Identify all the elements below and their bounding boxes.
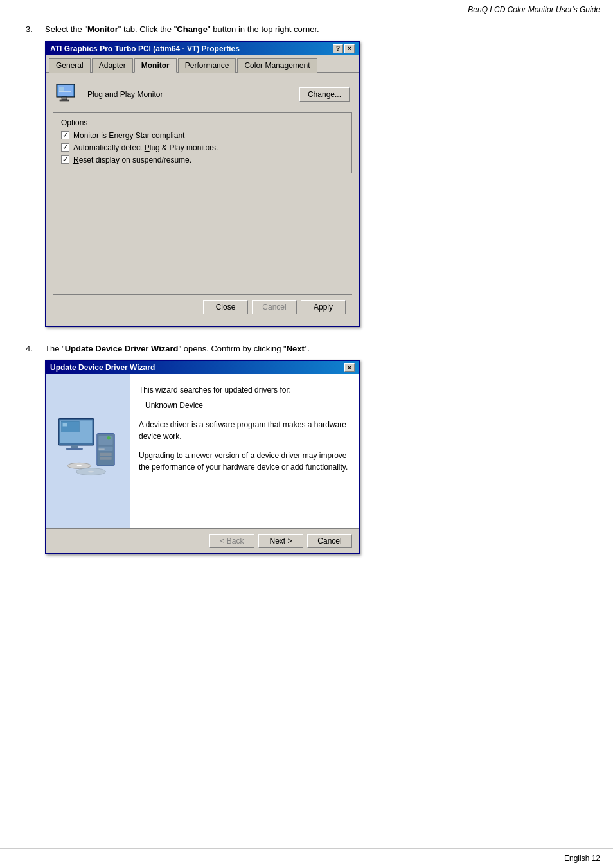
close-button[interactable]: ×	[344, 44, 355, 53]
svg-rect-11	[63, 423, 67, 427]
wizard-para2: A device driver is a software program th…	[139, 419, 350, 442]
wizard-text-area: This wizard searches for updated drivers…	[130, 374, 359, 528]
tab-general[interactable]: General	[49, 58, 91, 73]
wizard-para3: Upgrading to a newer version of a device…	[139, 450, 350, 473]
footer-bar: English 12	[0, 848, 613, 868]
monitor-header: Plug and Play Monitor Change...	[53, 79, 352, 110]
step-4-text: The "Update Device Driver Wizard" opens.…	[45, 342, 587, 355]
checkbox-reset-display[interactable]: ✓	[61, 155, 69, 164]
option-label-2: Automatically detect Plug & Play monitor…	[73, 143, 218, 152]
wizard-device-name: Unknown Device	[145, 400, 350, 411]
page-number: English 12	[564, 854, 600, 863]
change-button[interactable]: Change...	[299, 87, 350, 102]
next-button[interactable]: Next >	[258, 534, 303, 548]
wizard-illustration	[53, 416, 123, 486]
ati-dialog-title: ATI Graphics Pro Turbo PCI (atim64 - VT)…	[50, 44, 240, 53]
wizard-dialog: Update Device Driver Wizard ×	[45, 360, 360, 554]
apply-button[interactable]: Apply	[301, 300, 346, 314]
wizard-titlebar: Update Device Driver Wizard ×	[46, 361, 359, 374]
tab-adapter[interactable]: Adapter	[92, 58, 133, 73]
checkbox-detect-plug[interactable]: ✓	[61, 143, 69, 152]
tab-performance[interactable]: Performance	[178, 58, 236, 73]
step4-bold1: Update Device Driver Wizard	[65, 344, 179, 353]
svg-rect-24	[100, 457, 111, 460]
step-4-container: The "Update Device Driver Wizard" opens.…	[45, 342, 587, 555]
step-3-container: Select the "Monitor" tab. Click the "Cha…	[45, 23, 587, 327]
monitor-icon-area: Plug and Play Monitor	[55, 83, 163, 106]
option-label-3: Reset display on suspend/resume.	[73, 155, 191, 164]
svg-rect-23	[100, 453, 111, 456]
wizard-controls: ×	[344, 363, 355, 372]
svg-rect-4	[59, 87, 64, 91]
wizard-close-button[interactable]: ×	[344, 363, 355, 372]
guide-title: BenQ LCD Color Monitor User's Guide	[468, 5, 600, 14]
wizard-intro: This wizard searches for updated drivers…	[139, 384, 350, 396]
svg-rect-12	[71, 445, 78, 448]
svg-point-17	[88, 471, 94, 473]
step-3-text: Select the "Monitor" tab. Click the "Cha…	[45, 23, 587, 36]
option-label-1: Monitor is Energy Star compliant	[73, 131, 184, 140]
titlebar-controls: ? ×	[333, 44, 355, 53]
option-row-1: ✓ Monitor is Energy Star compliant	[61, 131, 344, 140]
ati-titlebar: ATI Graphics Pro Turbo PCI (atim64 - VT)…	[46, 42, 359, 55]
options-group: Options ✓ Monitor is Energy Star complia…	[53, 112, 352, 173]
step-4: 4. The "Update Device Driver Wizard" ope…	[26, 342, 587, 555]
svg-rect-6	[59, 93, 67, 93]
tab-color-management[interactable]: Color Management	[237, 58, 317, 73]
svg-point-21	[107, 436, 111, 440]
svg-point-15	[77, 465, 82, 466]
close-dialog-button[interactable]: Close	[203, 300, 248, 314]
ati-properties-dialog: ATI Graphics Pro Turbo PCI (atim64 - VT)…	[45, 41, 360, 327]
wizard-image-area	[46, 374, 130, 528]
monitor-icon	[55, 83, 81, 106]
checkbox-energy-star[interactable]: ✓	[61, 131, 69, 139]
svg-rect-5	[59, 91, 71, 92]
step4-bold2: Next	[287, 344, 305, 353]
help-button[interactable]: ?	[333, 44, 343, 53]
svg-rect-3	[60, 100, 69, 101]
step3-bold1: Monitor	[87, 24, 118, 34]
options-group-label: Options	[61, 118, 344, 127]
tab-monitor[interactable]: Monitor	[134, 58, 177, 73]
header-bar: BenQ LCD Color Monitor User's Guide	[0, 0, 613, 17]
option-row-3: ✓ Reset display on suspend/resume.	[61, 155, 344, 164]
svg-rect-19	[99, 436, 113, 445]
dialog-footer: Close Cancel Apply	[53, 294, 352, 319]
dialog-body: Plug and Play Monitor Change... Options …	[46, 73, 359, 326]
wizard-title: Update Device Driver Wizard	[50, 363, 155, 372]
svg-rect-13	[66, 448, 83, 450]
monitor-label: Plug and Play Monitor	[87, 90, 163, 99]
wizard-body: This wizard searches for updated drivers…	[46, 374, 359, 528]
svg-rect-2	[62, 97, 67, 100]
wizard-footer: < Back Next > Cancel	[46, 528, 359, 553]
page-content: 3. Select the "Monitor" tab. Click the "…	[0, 17, 613, 596]
svg-rect-22	[99, 448, 105, 450]
wizard-cancel-button[interactable]: Cancel	[307, 534, 352, 548]
dialog-tabs: General Adapter Monitor Performance Colo…	[46, 55, 359, 73]
step3-bold2: Change	[177, 24, 208, 34]
step-number-4: 4.	[26, 342, 45, 353]
dialog-spacer	[53, 176, 352, 292]
option-row-2: ✓ Automatically detect Plug & Play monit…	[61, 143, 344, 152]
back-button: < Back	[209, 534, 254, 548]
cancel-dialog-button: Cancel	[252, 300, 297, 314]
step-number-3: 3.	[26, 23, 45, 34]
step-3: 3. Select the "Monitor" tab. Click the "…	[26, 23, 587, 327]
